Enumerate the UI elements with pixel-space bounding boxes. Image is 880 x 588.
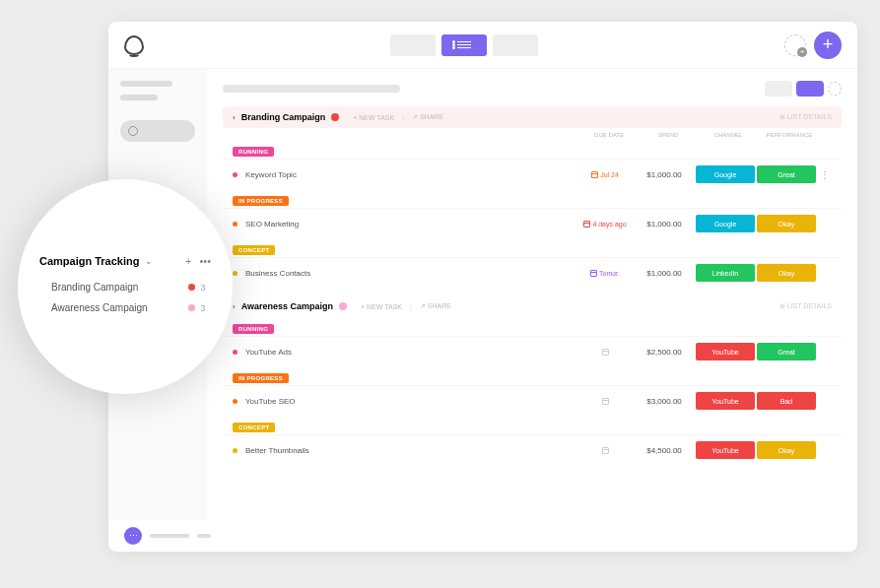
footer-placeholder	[150, 534, 189, 538]
main-content: › Branding Campaign + NEW TASK|↗ SHARE ⊕…	[207, 69, 857, 520]
channel-tag[interactable]: YouTube	[696, 392, 755, 410]
task-row[interactable]: Better Thumbnails $4,500.00 YouTube Okay	[223, 434, 842, 465]
spend-value: $4,500.00	[635, 446, 694, 455]
due-date[interactable]: Jul 24	[575, 171, 635, 178]
task-bullet	[233, 448, 237, 453]
task-name: Keyword Topic	[245, 170, 575, 179]
status-dot	[188, 284, 195, 291]
row-more-button[interactable]: ⋮	[820, 169, 832, 180]
list-icon	[457, 41, 471, 48]
campaign-tracking-popup: Campaign Tracking ⌄ + ••• Branding Campa…	[18, 179, 233, 394]
group-title: Awareness Campaign	[241, 301, 333, 311]
calendar-icon	[590, 270, 597, 277]
channel-tag[interactable]: LinkedIn	[696, 264, 755, 282]
column-headers: DUE DATESPENDCHANNELPERFORMANCE	[223, 128, 842, 140]
status-tag: IN PROGRESS	[233, 196, 289, 206]
popup-title: Campaign Tracking	[39, 255, 139, 267]
logo-icon	[124, 35, 144, 55]
performance-tag[interactable]: Great	[757, 165, 816, 183]
search-input[interactable]	[120, 120, 195, 142]
calendar-icon	[591, 171, 598, 178]
header: +	[108, 22, 857, 69]
spend-value: $1,000.00	[635, 269, 694, 278]
task-name: YouTube SEO	[245, 397, 575, 406]
task-bullet	[233, 399, 237, 404]
spend-value: $1,000.00	[635, 170, 694, 179]
group-title: Branding Campaign	[241, 112, 326, 122]
footer-placeholder	[197, 534, 211, 538]
group-header[interactable]: › Branding Campaign + NEW TASK|↗ SHARE ⊕…	[223, 106, 842, 128]
chevron-down-icon[interactable]: ⌄	[145, 256, 153, 266]
add-button[interactable]: +	[814, 32, 842, 59]
status-dot	[339, 302, 347, 310]
chevron-right-icon: ›	[233, 113, 236, 122]
share-button[interactable]: ↗ SHARE	[412, 113, 443, 121]
calendar-icon	[602, 447, 609, 454]
due-date[interactable]	[575, 398, 635, 405]
new-task-button[interactable]: + NEW TASK	[353, 114, 394, 121]
channel-tag[interactable]: Google	[696, 215, 755, 232]
share-button[interactable]: ↗ SHARE	[420, 302, 451, 310]
footer: ⋯	[108, 520, 857, 552]
list-details-button[interactable]: ⊕ LIST DETAILS	[779, 113, 832, 121]
task-row[interactable]: YouTube Ads $2,500.00 YouTube Great	[223, 336, 842, 366]
task-bullet	[233, 271, 237, 276]
popup-item-label: Branding Campaign	[51, 282, 138, 293]
status-dot	[331, 113, 339, 121]
popup-more-button[interactable]: •••	[199, 255, 211, 267]
task-name: SEO Marketing	[245, 220, 575, 229]
task-row[interactable]: YouTube SEO $3,000.00 YouTube Bad	[223, 385, 842, 416]
performance-tag[interactable]: Bad	[757, 392, 816, 410]
due-date[interactable]: Tomor.	[575, 270, 635, 277]
due-date[interactable]	[575, 349, 635, 356]
performance-tag[interactable]: Okay	[757, 264, 816, 282]
view-seg-1[interactable]	[390, 34, 436, 56]
status-dot	[188, 304, 195, 311]
performance-tag[interactable]: Okay	[757, 215, 816, 232]
popup-add-button[interactable]: +	[185, 255, 191, 267]
calendar-icon	[583, 221, 590, 228]
gear-icon[interactable]	[828, 82, 842, 96]
group-header[interactable]: › Awareness Campaign + NEW TASK|↗ SHARE …	[223, 295, 842, 317]
view-seg-list[interactable]	[441, 34, 487, 56]
new-task-button[interactable]: + NEW TASK	[361, 303, 402, 310]
status-tag: RUNNING	[233, 147, 274, 157]
due-date[interactable]: 4 days ago	[575, 221, 635, 228]
sidebar-placeholder	[120, 81, 172, 87]
list-details-button[interactable]: ⊕ LIST DETAILS	[779, 302, 832, 310]
popup-item-count: 3	[195, 283, 211, 293]
calendar-icon	[602, 398, 609, 405]
channel-tag[interactable]: YouTube	[696, 343, 755, 360]
popup-item[interactable]: Awareness Campaign3	[39, 297, 211, 318]
toolbar-pill[interactable]	[765, 81, 792, 97]
popup-item-count: 3	[195, 303, 211, 313]
view-switcher	[144, 34, 784, 56]
status-tag: IN PROGRESS	[233, 373, 289, 383]
due-date[interactable]	[575, 447, 635, 454]
spend-value: $3,000.00	[635, 397, 694, 406]
view-seg-3[interactable]	[493, 34, 538, 56]
task-row[interactable]: Keyword Topic Jul 24 $1,000.00 Google Gr…	[223, 159, 842, 189]
channel-tag[interactable]: Google	[696, 165, 755, 183]
breadcrumb-placeholder	[223, 85, 400, 93]
task-row[interactable]: SEO Marketing 4 days ago $1,000.00 Googl…	[223, 208, 842, 238]
task-row[interactable]: Business Contacts Tomor. $1,000.00 Linke…	[223, 257, 842, 288]
status-tag: CONCEPT	[233, 423, 275, 432]
avatar-add[interactable]	[784, 34, 806, 56]
performance-tag[interactable]: Okay	[757, 441, 816, 459]
task-name: Business Contacts	[245, 269, 575, 278]
spend-value: $1,000.00	[635, 220, 694, 229]
popup-item[interactable]: Branding Campaign3	[39, 277, 211, 297]
popup-item-label: Awareness Campaign	[51, 302, 148, 313]
spend-value: $2,500.00	[635, 348, 694, 357]
task-bullet	[233, 350, 237, 355]
status-tag: RUNNING	[233, 324, 274, 334]
task-name: YouTube Ads	[245, 348, 575, 357]
channel-tag[interactable]: YouTube	[696, 441, 755, 459]
calendar-icon	[602, 349, 609, 356]
status-tag: CONCEPT	[233, 245, 275, 255]
chat-icon[interactable]: ⋯	[124, 527, 142, 545]
performance-tag[interactable]: Great	[757, 343, 816, 360]
toolbar-pill-active[interactable]	[796, 81, 824, 97]
task-name: Better Thumbnails	[245, 446, 575, 455]
